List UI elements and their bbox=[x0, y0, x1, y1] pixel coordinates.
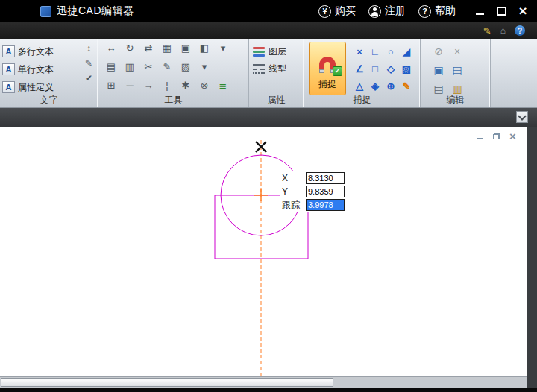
doc-close-icon: × bbox=[509, 131, 516, 141]
copy-icon[interactable]: ▣ bbox=[430, 61, 448, 79]
snap-button-label: 捕捉 bbox=[318, 78, 336, 91]
quick-access-bar: ✎ ⌂ ? bbox=[0, 22, 537, 39]
ribbon-group-tools: ↔ ↻ ⇄ ▦ ▣ ◧ ▾ ▤ ▥ ✂ ✎ ▨ ▾ ⊞ ─ → ¦ ✱ bbox=[98, 39, 249, 107]
multiline-text-label: 多行文本 bbox=[18, 45, 54, 58]
linetype-button[interactable]: 线型 bbox=[253, 60, 304, 78]
ribbon-toolbar: A 多行文本 A 单行文本 A 属性定义 ↕ ✎ ✔ 文字 bbox=[0, 39, 537, 108]
snap-tangent-icon[interactable]: ⊕ bbox=[383, 78, 398, 94]
multiline-text-icon: A bbox=[2, 45, 15, 57]
snap-toggle-button[interactable]: ✓ 捕捉 bbox=[309, 42, 346, 95]
text-edit-icon[interactable]: ✎ bbox=[85, 59, 92, 68]
edit-tool-icon[interactable]: ✎ bbox=[160, 60, 174, 74]
group-label-tools: 工具 bbox=[98, 94, 248, 107]
group-label-edit: 编辑 bbox=[421, 94, 490, 107]
maximize-icon bbox=[497, 7, 506, 16]
layer-label: 图层 bbox=[268, 45, 286, 58]
rotate-tool-icon[interactable]: ↻ bbox=[123, 42, 136, 55]
buy-label: 购买 bbox=[335, 4, 356, 18]
text-mini-tools: ↕ ✎ ✔ bbox=[85, 44, 92, 83]
delete-tool-icon[interactable]: ⊗ bbox=[198, 79, 211, 92]
hatch-tool-icon[interactable]: ▨ bbox=[179, 60, 192, 74]
array-tool-icon[interactable]: ▦ bbox=[160, 42, 174, 55]
ribbon-group-edit: ⊘ × ▣ ▤ ▤ ▥ 编辑 bbox=[421, 39, 491, 107]
close-icon: × bbox=[518, 6, 527, 16]
tracking-distance-field[interactable]: 3.9978 bbox=[306, 199, 345, 211]
offset-tool-icon[interactable]: → bbox=[142, 79, 155, 92]
ribbon-empty-area bbox=[491, 39, 537, 107]
delete-icon[interactable]: × bbox=[448, 42, 466, 60]
ribbon-group-text: A 多行文本 A 单行文本 A 属性定义 ↕ ✎ ✔ 文字 bbox=[0, 39, 98, 107]
drawing-svg bbox=[0, 127, 527, 376]
doc-minimize-button[interactable] bbox=[475, 131, 485, 141]
point-tool-icon[interactable]: ✱ bbox=[179, 79, 192, 92]
help-circle-icon[interactable]: ? bbox=[515, 25, 525, 36]
linetype-icon bbox=[253, 64, 265, 74]
register-button[interactable]: 注册 bbox=[368, 4, 406, 18]
window-title: 迅捷CAD编辑器 bbox=[57, 4, 134, 18]
snap-midpoint-icon[interactable]: △ bbox=[352, 78, 367, 94]
group-label-properties: 属性 bbox=[249, 94, 304, 107]
trim-tool-icon[interactable]: ✂ bbox=[142, 60, 155, 74]
drawing-canvas[interactable]: × X 8.3130 Y 9.8359 跟踪 3.9978 bbox=[0, 127, 527, 376]
chevron-down-icon bbox=[518, 112, 526, 120]
snap-marker-crosshair bbox=[254, 189, 268, 201]
paste-icon[interactable]: ▤ bbox=[448, 61, 466, 79]
doc-minimize-icon bbox=[477, 138, 483, 139]
divide-tool-icon[interactable]: ¦ bbox=[160, 79, 174, 92]
snap-nearest-icon[interactable]: ◢ bbox=[399, 43, 414, 60]
buy-button[interactable]: ¥ 购买 bbox=[318, 4, 356, 18]
horizontal-scrollbar-thumb[interactable] bbox=[1, 378, 333, 387]
snap-perpendicular-icon[interactable]: ∟ bbox=[368, 43, 383, 60]
move-tool-icon[interactable]: ↔ bbox=[104, 42, 118, 55]
app-window: 迅捷CAD编辑器 ¥ 购买 注册 ? 帮助 × ✎ ⌂ ? bbox=[0, 0, 537, 392]
grid-tool-icon[interactable]: ⊞ bbox=[104, 79, 118, 92]
horizontal-scrollbar[interactable] bbox=[0, 376, 527, 388]
layer-button[interactable]: 图层 bbox=[253, 43, 304, 60]
snap-intersection-icon[interactable]: × bbox=[352, 43, 367, 60]
y-coordinate-field[interactable]: 9.8359 bbox=[306, 186, 345, 197]
multiline-text-button[interactable]: A 多行文本 bbox=[2, 42, 98, 60]
minimize-icon bbox=[476, 13, 484, 15]
snap-node-icon[interactable]: ◈ bbox=[368, 78, 383, 94]
app-icon bbox=[40, 6, 51, 17]
close-button[interactable]: × bbox=[518, 6, 528, 16]
spell-check-icon[interactable]: ✔ bbox=[85, 74, 92, 83]
row2-dropdown-icon[interactable]: ▾ bbox=[198, 60, 211, 74]
text-scale-icon[interactable]: ↕ bbox=[87, 44, 91, 53]
mirror-tool-icon[interactable]: ⇄ bbox=[142, 42, 155, 55]
maximize-button[interactable] bbox=[496, 6, 506, 16]
snap-apparent-icon[interactable]: ▨ bbox=[399, 60, 414, 77]
ribbon-group-snap: ✓ 捕捉 × ∟ ○ ◢ ∠ □ ◇ ▨ △ ◈ ⊕ ✎ bbox=[304, 39, 421, 107]
drawing-area-topbar bbox=[0, 108, 537, 127]
snap-endpoint-icon[interactable]: □ bbox=[368, 60, 383, 77]
snap-settings-icon[interactable]: ✎ bbox=[399, 78, 414, 94]
help-button[interactable]: ? 帮助 bbox=[418, 4, 456, 18]
pencil-icon[interactable]: ✎ bbox=[483, 25, 492, 37]
group-label-text: 文字 bbox=[0, 94, 98, 107]
more-tools-dropdown-icon[interactable]: ▾ bbox=[216, 42, 230, 55]
expand-panel-button[interactable] bbox=[516, 111, 528, 123]
layers-tool-icon[interactable]: ≣ bbox=[216, 79, 230, 92]
right-window-edge bbox=[527, 127, 537, 388]
erase-icon[interactable]: ⊘ bbox=[430, 42, 448, 60]
snap-extension-icon[interactable]: ∠ bbox=[352, 60, 367, 77]
bottom-window-edge bbox=[0, 388, 537, 392]
clipboard-tool-icon[interactable]: ▥ bbox=[123, 60, 136, 74]
block-tool-icon[interactable]: ◧ bbox=[198, 42, 211, 55]
home-icon[interactable]: ⌂ bbox=[500, 25, 506, 36]
singleline-text-label: 单行文本 bbox=[18, 63, 54, 76]
line-tool-icon[interactable]: ─ bbox=[123, 79, 136, 92]
titlebar-actions: ¥ 购买 注册 ? 帮助 × bbox=[318, 4, 528, 18]
yen-icon: ¥ bbox=[318, 5, 331, 18]
snap-modes-grid: × ∟ ○ ◢ ∠ □ ◇ ▨ △ ◈ ⊕ ✎ bbox=[352, 43, 414, 95]
doc-restore-icon bbox=[493, 133, 500, 139]
doc-close-button[interactable]: × bbox=[508, 131, 518, 141]
singleline-text-button[interactable]: A 单行文本 bbox=[2, 60, 98, 78]
paste-tool-icon[interactable]: ▤ bbox=[104, 60, 118, 74]
x-coordinate-field[interactable]: 8.3130 bbox=[306, 172, 345, 184]
snap-center-icon[interactable]: ○ bbox=[383, 43, 398, 60]
doc-restore-button[interactable] bbox=[492, 131, 501, 141]
copy-tool-icon[interactable]: ▣ bbox=[179, 42, 192, 55]
snap-quadrant-icon[interactable]: ◇ bbox=[383, 60, 398, 77]
minimize-button[interactable] bbox=[474, 6, 485, 16]
